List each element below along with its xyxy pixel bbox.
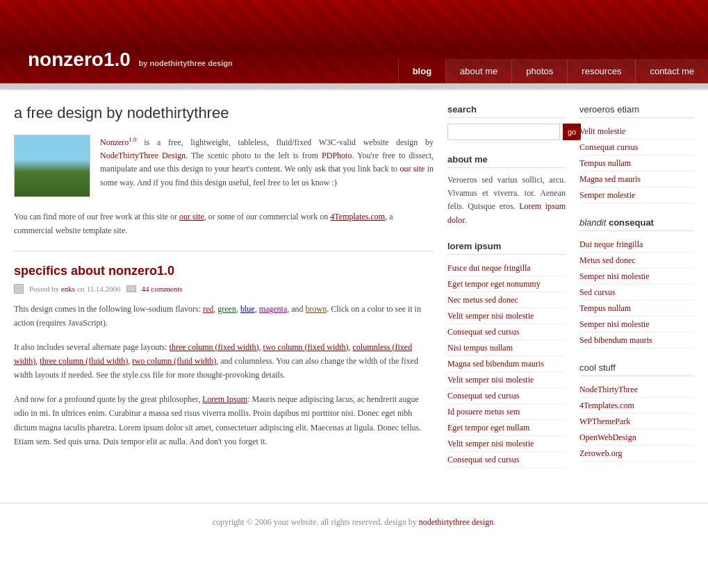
right-link-b7[interactable]: Sed bibendum mauris — [579, 335, 652, 345]
4templates-link[interactable]: 4Templates.com — [330, 212, 385, 221]
lorem-ipsum-dolor-link[interactable]: Lorem ipsum dolor — [447, 201, 566, 224]
lorem-link-7[interactable]: Magna sed bibendum mauris — [447, 359, 544, 369]
list-item: Id posuere metus sem — [447, 404, 566, 420]
list-item: 4Templates.com — [579, 398, 694, 414]
post-icon — [14, 284, 24, 294]
lorem-link-12[interactable]: Velit semper nisi molestie — [447, 439, 534, 448]
list-item: Velit semper nisi molestie — [447, 308, 566, 324]
blandit-heading: blandit consequat — [579, 217, 694, 231]
layout-3col-fixed[interactable]: three column (fixed width) — [170, 342, 259, 352]
right-link-b6[interactable]: Semper nisi molestie — [579, 319, 650, 329]
color-brown[interactable]: brown — [306, 304, 327, 314]
search-box: go — [447, 124, 566, 140]
list-item: Semper molestie — [579, 187, 694, 203]
list-item: Nisi tempus nullam — [447, 340, 566, 356]
post-body-layouts: It also includes several alternate page … — [14, 340, 434, 383]
search-section: search go — [447, 104, 566, 140]
color-magenta[interactable]: magenta — [259, 304, 288, 314]
list-item: Metus sed donec — [579, 253, 694, 269]
lorem-heading: lorem ipsum — [447, 241, 566, 255]
right-link-v1[interactable]: Velit molestie — [579, 126, 625, 136]
list-item: Tempus nullam — [579, 156, 694, 171]
right-link-v5[interactable]: Semper molestie — [579, 190, 635, 200]
lorem-link-9[interactable]: Consequat sed cursus — [447, 391, 519, 401]
right-link-b3[interactable]: Semper nisi molestie — [579, 271, 650, 281]
lorem-link-3[interactable]: Nec metus sed donec — [447, 295, 518, 305]
lorem-ipsum-link[interactable]: Lorem Ipsum — [202, 394, 247, 404]
list-item: Velit semper nisi molestie — [447, 372, 566, 388]
post-meta: Posted by enks on 11.14.2006 44 comments — [14, 284, 434, 294]
search-input[interactable] — [447, 124, 560, 140]
blandit-list: Dui neque fringilla Metus sed donec Semp… — [579, 237, 694, 348]
cool-stuff-section: cool stuff NodeThirtyThree 4Templates.co… — [579, 362, 694, 462]
intro-block: Nonzero1.0 is a free, lightweight, table… — [14, 135, 434, 197]
site-subtitle: by nodethirtythree design — [139, 59, 233, 67]
lorem-link-4[interactable]: Velit semper nisi molestie — [447, 311, 534, 321]
lorem-link-8[interactable]: Velit semper nisi molestie — [447, 375, 534, 385]
pdphoto-link[interactable]: PDPhoto — [322, 151, 352, 160]
lorem-section: lorem ipsum Fusce dui neque fringilla Eg… — [447, 241, 566, 468]
search-heading: search — [447, 104, 566, 118]
layout-3col-fluid[interactable]: three column (fluid width) — [40, 356, 128, 366]
right-link-b1[interactable]: Dui neque fringilla — [579, 240, 643, 249]
cool-link-2[interactable]: 4Templates.com — [579, 401, 634, 410]
footer-link[interactable]: nodethirtythree design — [419, 517, 494, 527]
list-item: Velit semper nisi molestie — [447, 436, 566, 452]
right-link-v2[interactable]: Consequat cursus — [579, 142, 638, 152]
comments-link[interactable]: 44 comments — [142, 285, 183, 293]
list-item: OpenWebDesign — [579, 430, 694, 446]
lorem-link-1[interactable]: Fusce dui neque fringilla — [447, 263, 531, 273]
cool-link-1[interactable]: NodeThirtyThree — [579, 385, 638, 394]
author-link[interactable]: enks — [61, 285, 75, 293]
about-text: Veroeros sed varius sollici, arcu. Vivam… — [447, 174, 566, 227]
color-blue[interactable]: blue — [240, 304, 255, 314]
list-item: Sed cursus — [579, 285, 694, 301]
right-link-v4[interactable]: Magna sed mauris — [579, 174, 641, 184]
nav-resources[interactable]: resources — [567, 59, 635, 83]
nodethirtythree-link[interactable]: NodeThirtyThree Design — [100, 151, 186, 160]
lorem-link-5[interactable]: Consequat sed cursus — [447, 327, 519, 337]
about-section: about me Veroeros sed varius sollici, ar… — [447, 154, 566, 227]
right-link-b2[interactable]: Metus sed donec — [579, 255, 636, 265]
list-item: Consequat sed cursus — [447, 388, 566, 404]
nonzero-link[interactable]: Nonzero1.0 — [100, 137, 137, 147]
post-body-colors: This design comes in the following low-s… — [14, 302, 434, 330]
cool-link-3[interactable]: WPThemePark — [579, 417, 630, 426]
right-link-b5[interactable]: Tempus nullam — [579, 303, 631, 313]
lorem-link-11[interactable]: Eget tempor eget nullam — [447, 423, 529, 432]
oursite-link1[interactable]: our site — [400, 164, 425, 174]
list-item: Magna sed bibendum mauris — [447, 356, 566, 372]
lorem-link-10[interactable]: Id posuere metus sem — [447, 407, 520, 417]
lorem-list: Fusce dui neque fringilla Eget tempor eg… — [447, 260, 566, 468]
list-item: WPThemePark — [579, 414, 694, 430]
intro-text: Nonzero1.0 is a free, lightweight, table… — [100, 135, 434, 197]
lorem-link-6[interactable]: Nisi tempus nullam — [447, 343, 513, 353]
lorem-link-2[interactable]: Eget tempor eget nonummy — [447, 279, 541, 289]
nav-blog[interactable]: blog — [398, 59, 445, 83]
layout-2col-fluid[interactable]: two column (fluid width) — [132, 356, 216, 366]
list-item: Eget tempor eget nonummy — [447, 276, 566, 292]
cool-link-5[interactable]: Zeroweb.org — [579, 448, 622, 458]
veroeros-section: veroeros etiam Velit molestie Consequat … — [579, 104, 694, 203]
search-button[interactable]: go — [563, 124, 581, 140]
right-link-b4[interactable]: Sed cursus — [579, 287, 616, 297]
color-green[interactable]: green — [217, 304, 236, 314]
layout-2col-fixed[interactable]: two column (fixed width) — [263, 342, 349, 352]
body-text-1: You can find more of our free work at th… — [14, 210, 434, 238]
cool-stuff-heading: cool stuff — [579, 362, 694, 376]
nav-photos[interactable]: photos — [511, 59, 567, 83]
color-red[interactable]: red — [203, 304, 213, 314]
oursite-link2[interactable]: our site — [179, 212, 204, 221]
list-item: Velit molestie — [579, 124, 694, 140]
right-link-v3[interactable]: Tempus nullam — [579, 158, 631, 168]
list-item: Zeroweb.org — [579, 446, 694, 462]
nav-contact-me[interactable]: contact me — [635, 59, 708, 83]
lorem-link-13[interactable]: Consequat sed cursus — [447, 455, 519, 464]
main-content: a free design by nodethirtythree Nonzero… — [14, 104, 434, 482]
nav-about-me[interactable]: about me — [445, 59, 511, 83]
footer-end: . — [493, 517, 495, 527]
list-item: Consequat sed cursus — [447, 324, 566, 340]
cool-link-4[interactable]: OpenWebDesign — [579, 432, 636, 442]
site-title-area: nonzero1.0 by nodethirtythree design — [28, 49, 233, 71]
post-body-quote: And now for a profound quote by the grea… — [14, 392, 434, 449]
